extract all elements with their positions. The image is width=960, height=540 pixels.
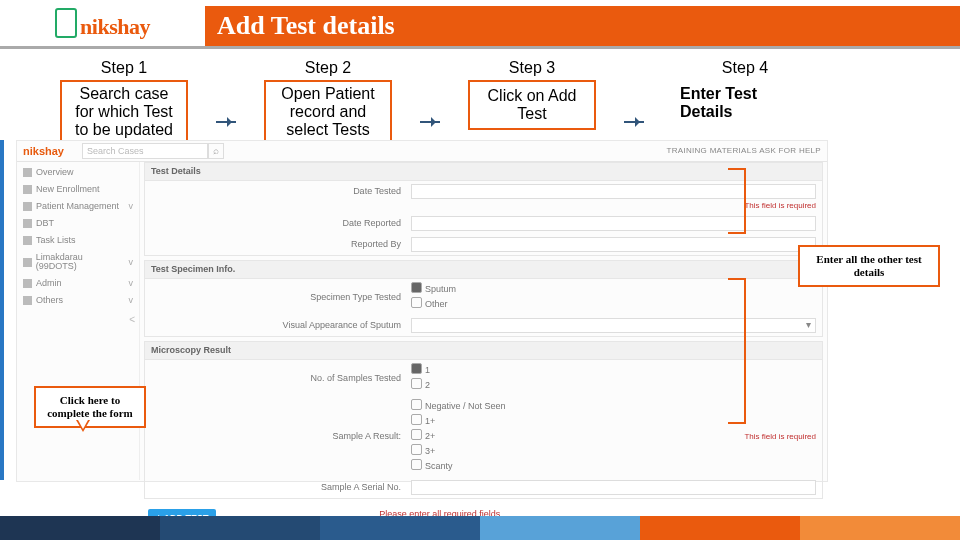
accent-bar <box>0 140 4 480</box>
sidebar-item-others[interactable]: Othersv <box>17 292 139 309</box>
error-text: This field is required <box>744 433 816 441</box>
card-icon <box>23 219 32 228</box>
step-label: Step 2 <box>305 59 351 77</box>
panel-test-details: Test Details Date Tested This field is r… <box>144 162 823 256</box>
radio-samples-2[interactable]: 2 <box>411 378 430 390</box>
search-icon[interactable]: ⌕ <box>208 143 224 159</box>
top-bar: nikshay Add Test details <box>0 0 960 49</box>
main-area: Test Details Date Tested This field is r… <box>140 162 827 480</box>
plus-icon <box>23 185 32 194</box>
app-screenshot: nikshay Search Cases ⌕ TRAINING MATERIAL… <box>16 140 828 482</box>
arrow-icon <box>420 121 440 123</box>
panel-header: Test Details <box>145 163 822 181</box>
panel-microscopy: Microscopy Result No. of Samples Tested … <box>144 341 823 499</box>
radio-1p[interactable]: 1+ <box>411 414 506 426</box>
user-icon <box>23 202 32 211</box>
serial-input[interactable] <box>411 480 816 495</box>
radio-neg[interactable]: Negative / Not Seen <box>411 399 506 411</box>
step-box: Click on Add Test <box>468 80 596 130</box>
reported-by-input[interactable] <box>411 237 816 252</box>
field-label: Specimen Type Tested <box>151 293 411 302</box>
ss-topbar: nikshay Search Cases ⌕ TRAINING MATERIAL… <box>17 141 827 162</box>
arrow-icon <box>624 121 644 123</box>
chevron-down-icon: v <box>129 296 134 305</box>
step-box: Enter Test Details <box>672 80 818 126</box>
callout-complete-form: Click here to complete the form <box>34 386 146 428</box>
step-label: Step 3 <box>509 59 555 77</box>
sidebar-item-dbt[interactable]: DBT <box>17 215 139 232</box>
field-label: Sample A Result: <box>151 432 411 441</box>
panel-specimen: Test Specimen Info. Specimen Type Tested… <box>144 260 823 337</box>
avatar-icon <box>23 258 32 267</box>
mini-logo: nikshay <box>23 146 64 157</box>
panel-header: Test Specimen Info. <box>145 261 822 279</box>
brace-icon <box>728 168 746 234</box>
logo-area: nikshay <box>0 0 205 46</box>
sidebar-item-admin[interactable]: Adminv <box>17 275 139 292</box>
collapse-icon[interactable]: < <box>17 309 139 331</box>
sidebar-item-enrollment[interactable]: New Enrollment <box>17 181 139 198</box>
date-reported-input[interactable] <box>411 216 816 231</box>
error-text: This field is required <box>145 202 822 213</box>
top-links[interactable]: TRAINING MATERIALS ASK FOR HELP <box>666 147 821 155</box>
radio-other[interactable]: Other <box>411 297 456 309</box>
search-input[interactable]: Search Cases <box>82 143 208 159</box>
step-label: Step 4 <box>722 59 768 77</box>
callout-enter-other: Enter all the other test details <box>798 245 940 287</box>
radio-scanty[interactable]: Scanty <box>411 459 506 471</box>
logo: nikshay <box>55 8 150 38</box>
chevron-down-icon: v <box>129 279 134 288</box>
arrow-icon <box>216 121 236 123</box>
brace-icon <box>728 278 746 424</box>
footer-stripe <box>0 516 960 540</box>
radio-2p[interactable]: 2+ <box>411 429 506 441</box>
gauge-icon <box>23 168 32 177</box>
field-label: Date Tested <box>151 187 411 196</box>
radio-samples-1[interactable]: 1 <box>411 363 430 375</box>
sidebar-item-user[interactable]: Limakdarau (99DOTS)v <box>17 249 139 275</box>
date-tested-input[interactable] <box>411 184 816 199</box>
radio-3p[interactable]: 3+ <box>411 444 506 456</box>
sidebar-item-overview[interactable]: Overview <box>17 164 139 181</box>
visual-select[interactable]: ▾ <box>411 318 816 333</box>
step-label: Step 1 <box>101 59 147 77</box>
chevron-down-icon: v <box>129 202 134 211</box>
field-label: Visual Appearance of Sputum <box>151 321 411 330</box>
page-title: Add Test details <box>205 6 960 46</box>
field-label: Sample A Serial No. <box>151 483 411 492</box>
chevron-down-icon: v <box>129 258 134 267</box>
list-icon <box>23 236 32 245</box>
sidebar-item-patient[interactable]: Patient Managementv <box>17 198 139 215</box>
logo-text: nikshay <box>80 14 150 39</box>
phone-icon <box>55 8 77 38</box>
gear-icon <box>23 279 32 288</box>
field-label: No. of Samples Tested <box>151 374 411 383</box>
dots-icon <box>23 296 32 305</box>
sidebar-item-tasks[interactable]: Task Lists <box>17 232 139 249</box>
panel-header: Microscopy Result <box>145 342 822 360</box>
field-label: Date Reported <box>151 219 411 228</box>
radio-sputum[interactable]: Sputum <box>411 282 456 294</box>
field-label: Reported By <box>151 240 411 249</box>
step-box: Search case for which Test to be updated <box>60 80 188 144</box>
